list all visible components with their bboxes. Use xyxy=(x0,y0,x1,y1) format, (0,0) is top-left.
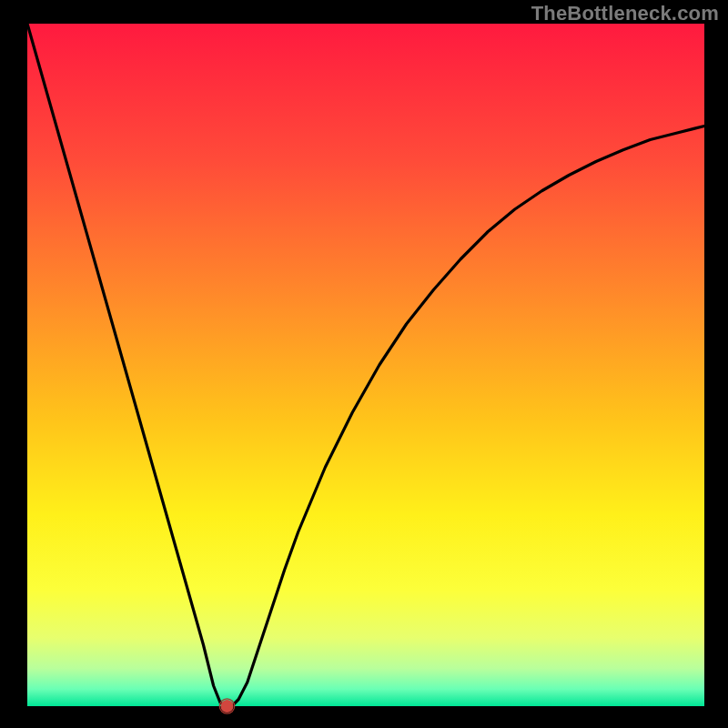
watermark-text: TheBottleneck.com xyxy=(531,2,719,25)
bottleneck-chart xyxy=(0,0,728,728)
plot-background xyxy=(27,24,704,706)
chart-frame: TheBottleneck.com xyxy=(0,0,728,728)
optimal-point-marker xyxy=(220,700,233,713)
